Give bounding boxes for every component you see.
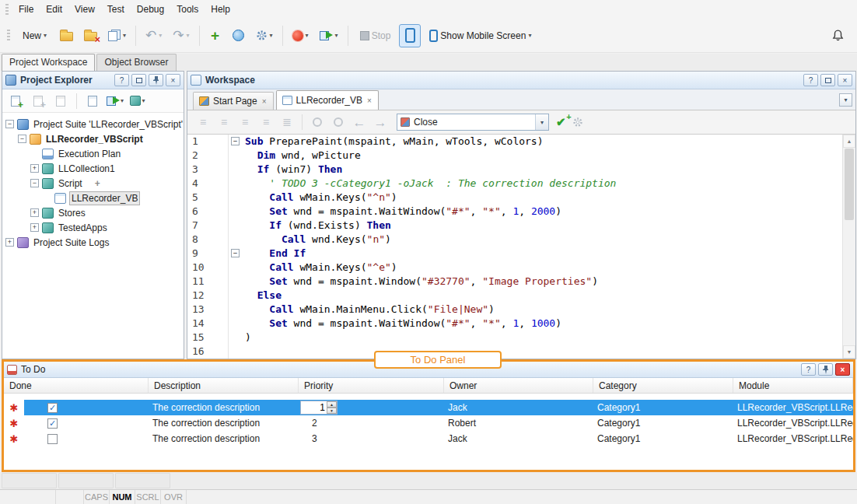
tree-item-llrecorder-vbscript[interactable]: −LLRecorder_VBScript [2, 131, 184, 146]
expand-icon[interactable]: + [30, 164, 39, 173]
menu-edit[interactable]: Edit [40, 1, 68, 18]
tab-list-dropdown[interactable]: ▾ [839, 93, 852, 107]
edit-item-button[interactable] [82, 92, 103, 110]
scroll-up-button[interactable]: ▲ [843, 135, 855, 148]
fold-collapse-icon[interactable]: − [231, 137, 240, 145]
undo-button[interactable]: ↶▾ [141, 24, 166, 47]
tree-item-testedapps[interactable]: +TestedApps [2, 220, 184, 235]
record-button[interactable]: ▾ [288, 24, 313, 47]
close-project-button[interactable]: × [79, 24, 102, 47]
new-file-button[interactable] [51, 92, 71, 110]
close-panel-button[interactable]: × [166, 74, 180, 86]
add-item-button[interactable]: + [5, 92, 26, 110]
expand-icon[interactable]: + [5, 238, 14, 247]
close-panel-button[interactable]: × [835, 363, 850, 376]
new-button[interactable]: New ▾ [16, 24, 54, 47]
expand-icon[interactable]: + [30, 223, 39, 232]
tree-item-project-suite-logs[interactable]: +Project Suite Logs [2, 235, 184, 250]
done-checkbox[interactable]: ✓ [47, 418, 58, 429]
todo-column-priority[interactable]: Priority [299, 378, 444, 393]
help-button[interactable]: ? [114, 74, 129, 86]
todo-column-done[interactable]: Done [4, 378, 149, 393]
dock-tab[interactable] [2, 473, 57, 488]
align-left-button[interactable]: ≡ [215, 113, 233, 131]
priority-editor[interactable]: 1▲▼ [300, 401, 338, 415]
menu-view[interactable]: View [68, 1, 101, 18]
todo-column-module[interactable]: Module [733, 378, 853, 393]
clear-bookmarks-button[interactable] [329, 113, 348, 131]
tree-item-project-suite-llrecorder-vbscript[interactable]: −Project Suite 'LLRecorder_VBScript' [2, 117, 184, 131]
help-button[interactable]: ? [803, 74, 818, 86]
tree-item-llcollection1[interactable]: +LLCollection1 [2, 161, 184, 176]
help-button[interactable]: ? [801, 363, 816, 376]
menu-test[interactable]: Test [101, 1, 131, 18]
menu-file[interactable]: File [12, 1, 40, 18]
float-window-button[interactable] [820, 74, 835, 86]
pin-button[interactable] [818, 363, 833, 376]
spin-up-icon[interactable]: ▲ [327, 401, 337, 408]
tree-item-execution-plan[interactable]: Execution Plan [2, 146, 184, 161]
done-checkbox[interactable] [47, 434, 58, 444]
tree-item-stores[interactable]: +Stores [2, 205, 184, 220]
fold-collapse-control[interactable]: − [228, 247, 242, 261]
todo-row[interactable]: ✱✓The correction description1▲▼JackCateg… [4, 400, 853, 415]
dock-tab[interactable] [115, 473, 170, 488]
expand-icon[interactable]: + [30, 208, 39, 217]
navigate-forward-button[interactable]: → [371, 113, 390, 131]
run-item-button[interactable]: ▾ [105, 92, 125, 110]
collapse-icon[interactable]: − [5, 120, 14, 128]
vertical-scrollbar[interactable]: ▲ ▼ [842, 135, 855, 359]
fold-collapse-control[interactable]: − [228, 135, 242, 149]
stop-button[interactable]: Stop [353, 24, 398, 47]
align-right-button[interactable]: ≡ [236, 113, 254, 131]
dropdown-button[interactable]: ▾ [535, 114, 548, 130]
perspective-tab-object-browser[interactable]: Object Browser [96, 54, 176, 71]
menu-tools[interactable]: Tools [170, 1, 205, 18]
navigate-back-button[interactable]: ← [350, 113, 369, 131]
routine-selector[interactable]: Close ▾ [397, 114, 549, 131]
todo-row[interactable]: ✱✓The correction description2RobertCateg… [4, 415, 853, 431]
add-icon[interactable]: + [95, 178, 100, 189]
toggle-bookmark-button[interactable] [308, 113, 327, 131]
tree-item-llrecorder-vb[interactable]: LLRecorder_VB [2, 191, 184, 205]
document-tab-start-page[interactable]: Start Page× [193, 92, 274, 110]
goto-declaration-button[interactable]: ≡ [194, 113, 212, 131]
collapse-icon[interactable]: − [18, 135, 26, 143]
priority-spinner[interactable]: ▲▼ [327, 401, 337, 414]
dock-tab[interactable] [58, 473, 114, 488]
menu-help[interactable]: Help [205, 1, 236, 18]
menu-debug[interactable]: Debug [131, 1, 170, 18]
todo-column-category[interactable]: Category [593, 378, 733, 393]
scrollbar-thumb[interactable] [845, 149, 854, 220]
show-mobile-screen-toggle[interactable] [399, 24, 421, 47]
notifications-button[interactable] [827, 24, 849, 47]
services-button[interactable]: ▾ [251, 24, 278, 47]
perspective-tab-project-workspace[interactable]: Project Workspace [2, 54, 95, 71]
float-window-button[interactable] [131, 74, 146, 86]
scroll-down-button[interactable]: ▼ [843, 345, 855, 359]
align-center-button[interactable]: ≡ [257, 113, 275, 131]
close-tab-icon[interactable]: × [261, 97, 268, 106]
open-project-button[interactable] [55, 24, 78, 47]
spin-down-icon[interactable]: ▼ [327, 408, 337, 414]
document-tab-llrecorder-vb[interactable]: LLRecorder_VB× [276, 90, 379, 110]
done-checkbox[interactable]: ✓ [47, 403, 58, 413]
redo-button[interactable]: ↷▾ [168, 24, 194, 47]
tree-item-script[interactable]: −Script+ [2, 176, 184, 191]
collapse-icon[interactable]: − [30, 179, 39, 187]
format-code-button[interactable]: ≣ [278, 113, 296, 131]
fold-collapse-icon[interactable]: − [231, 249, 240, 257]
todo-row[interactable]: ✱The correction description3JackCategory… [4, 431, 853, 446]
run-button[interactable]: ▾ [315, 24, 343, 47]
add-existing-item-button[interactable]: + [28, 92, 48, 110]
close-tab-icon[interactable]: × [366, 96, 373, 105]
pin-button[interactable] [149, 74, 163, 86]
code-editor[interactable]: 1−Sub PreparePaint(mspaint, wMain, wTool… [187, 135, 855, 359]
add-new-item-button[interactable]: + [205, 24, 226, 47]
show-mobile-screen-button[interactable]: Show Mobile Screen ▾ [422, 24, 538, 47]
more-actions-button[interactable]: ▾ [128, 92, 148, 110]
save-all-button[interactable]: ▾ [103, 24, 131, 47]
todo-column-owner[interactable]: Owner [444, 378, 593, 393]
close-panel-button[interactable]: × [838, 74, 852, 86]
todo-column-description[interactable]: Description [149, 378, 299, 393]
